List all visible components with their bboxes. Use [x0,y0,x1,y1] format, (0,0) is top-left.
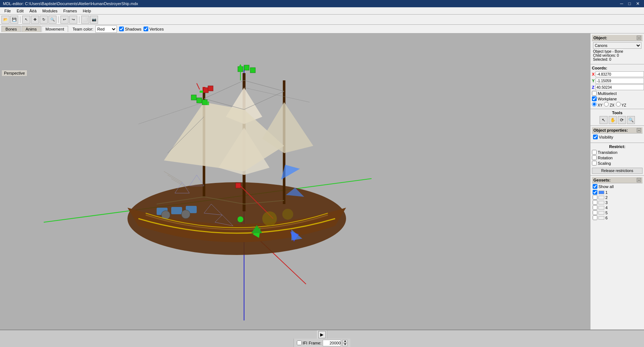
menu-file[interactable]: File [1,8,14,14]
geoset-1-checkbox[interactable] [593,190,597,195]
render-btn[interactable]: ⬜ [81,16,89,24]
show-all-checkbox[interactable] [593,184,597,189]
geoset-6-color [598,216,604,220]
geoset-5-checkbox[interactable] [593,210,597,215]
open-btn[interactable]: 📂 [1,16,9,24]
redo-btn[interactable]: ↪ [69,16,77,24]
viewport-label[interactable]: Perspective [1,70,27,76]
object-content: Canons Object type - Bone Child vertices… [592,41,643,63]
visibility-checkbox[interactable] [593,135,598,139]
release-restrictions-btn[interactable]: Release restrictions [592,168,643,174]
vertices-checkbox-label[interactable]: Vertices [144,27,164,31]
geoset-2-checkbox[interactable] [593,195,597,200]
obj-props-collapse[interactable]: ─ [637,128,641,132]
plane-yz-label[interactable]: YZ [616,102,626,107]
viewport[interactable]: Perspective [0,33,590,330]
hand-tool-btn[interactable]: ✋ [609,116,617,124]
shadows-checkbox-label[interactable]: Shadows [119,27,141,31]
move-btn[interactable]: ✥ [31,16,39,24]
main-area: Perspective [0,33,644,330]
object-section: Object: ─ Canons Object type - Bone Chil… [590,33,644,64]
plane-xy-label[interactable]: XY [592,102,602,107]
y-input[interactable] [596,78,644,84]
plane-radio-group: XY ZX YZ [592,102,643,107]
play-btn-container: ▶ [317,330,327,339]
ifi-checkbox[interactable] [297,340,302,345]
window-controls[interactable]: ─ □ ✕ [619,1,641,6]
geoset-3-checkbox[interactable] [593,200,597,205]
select-tool-btn[interactable]: ↖ [600,116,608,124]
svg-point-9 [181,210,190,219]
geosets-collapse[interactable]: ─ [637,178,641,182]
x-input[interactable] [596,71,644,77]
selected-count: Selected: 0 [593,57,641,61]
plane-xy-radio[interactable] [592,102,597,107]
plane-yz-radio[interactable] [616,102,621,107]
maximize-btn[interactable]: □ [627,1,632,6]
object-select[interactable]: Canons [593,42,641,49]
restrict-title: Restrict: [592,144,643,149]
shadows-checkbox[interactable] [119,27,124,31]
geoset-4-label: 4 [605,206,608,210]
rotation-row: Rotation [592,155,643,160]
visibility-row: Visibility [593,135,641,139]
multiselect-row: Multiselect [592,91,643,96]
multiselect-label: Multiselect [598,91,617,96]
team-color-select[interactable]: Red Blue Teal Purple Yellow Orange Green… [95,25,117,33]
geoset-item-4: 4 [593,205,642,210]
menu-modules[interactable]: Modules [39,8,60,14]
undo-btn[interactable]: ↩ [60,16,68,24]
frame-input[interactable] [323,340,341,346]
visibility-label: Visibility [599,135,613,139]
rotation-checkbox[interactable] [592,155,597,160]
scaling-checkbox[interactable] [592,161,597,165]
close-btn[interactable]: ✕ [635,1,641,6]
plane-zx-radio[interactable] [604,102,609,107]
menu-extra[interactable]: Äëà [27,8,40,14]
ship-viewport-canvas [0,33,590,330]
frame-down-btn[interactable]: ▼ [342,343,347,346]
tab-bones[interactable]: Bones [1,26,21,32]
object-type: Object type - Bone [593,49,641,53]
coord-x-row: X [592,71,643,77]
right-panel: Object: ─ Canons Object type - Bone Chil… [590,33,644,330]
workplane-checkbox[interactable] [592,96,597,101]
translation-checkbox[interactable] [592,150,597,155]
zoom-tool-btn[interactable]: 🔍 [627,116,635,124]
child-vertices: Child vertices: 0 [593,53,641,57]
tab-anims[interactable]: Anims [21,26,41,32]
menu-help[interactable]: Help [80,8,94,14]
multiselect-checkbox[interactable] [592,91,597,96]
geoset-item-1: 1 [593,190,642,195]
vertices-checkbox[interactable] [144,27,148,31]
scaling-label: Scaling [598,161,611,165]
geoset-item-3: 3 [593,200,642,205]
shadows-label: Shadows [125,27,141,31]
tools-title: Tools [592,111,643,115]
minimize-btn[interactable]: ─ [619,1,625,6]
z-input[interactable] [596,84,644,90]
menu-edit[interactable]: Edit [14,8,27,14]
plane-zx-label[interactable]: ZX [604,102,614,107]
ifi-label[interactable]: IFI [297,340,307,345]
geoset-6-checkbox[interactable] [593,215,597,220]
svg-rect-51 [205,101,209,105]
plane-yz-text: YZ [621,103,626,107]
object-collapse[interactable]: ─ [637,36,641,40]
object-properties-section: Object properties: ─ Visibility [590,126,644,143]
save-btn[interactable]: 💾 [10,16,18,24]
camera-btn[interactable]: 📷 [90,16,98,24]
coord-y-row: Y [592,78,643,84]
geoset-4-checkbox[interactable] [593,205,597,210]
vertices-label: Vertices [149,27,164,31]
geosets-header: Geosets: ─ [592,177,643,183]
play-btn[interactable]: ▶ [318,331,326,338]
tab-movement[interactable]: Movement [42,26,68,32]
menu-frames[interactable]: Frames [60,8,80,14]
orbit-tool-btn[interactable]: ⟳ [618,116,626,124]
geoset-list: 1 2 3 4 [593,190,642,220]
zoom-btn[interactable]: 🔍 [48,16,56,24]
rotate-btn[interactable]: ↻ [40,16,48,24]
x-label: X [592,72,594,76]
pointer-btn[interactable]: ↖ [22,16,30,24]
